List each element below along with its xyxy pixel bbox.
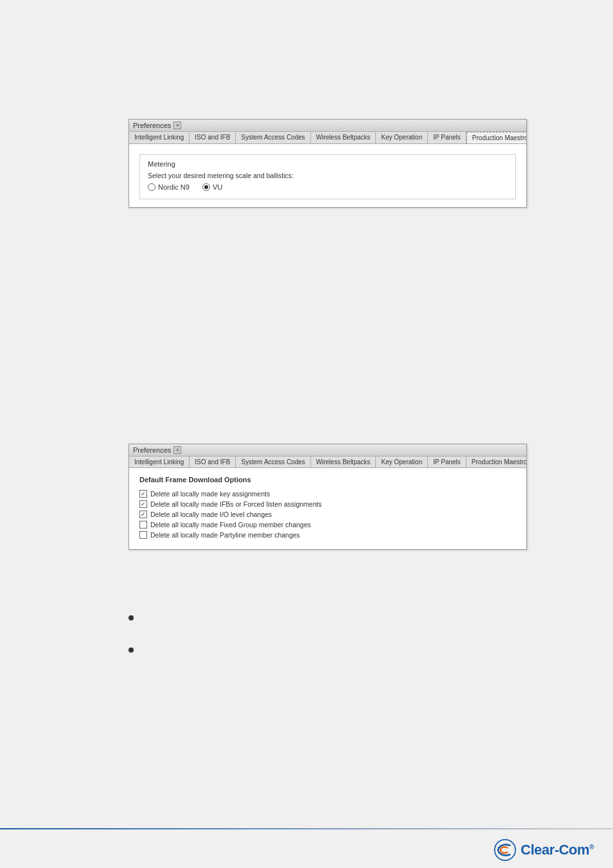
default-frame-title: Default Frame Download Options xyxy=(139,476,516,484)
title-bar-left-2: Preferences × xyxy=(133,446,181,454)
metering-title: Metering xyxy=(148,160,508,168)
tab-production-maestro-1[interactable]: Production Maestro xyxy=(466,132,526,144)
radio-circle-nordic[interactable] xyxy=(148,183,155,191)
radio-label-nordic: Nordic N9 xyxy=(158,183,190,191)
title-bar-2: Preferences × xyxy=(129,444,526,457)
title-bar-left-1: Preferences × xyxy=(133,122,181,129)
title-bar-1: Preferences × xyxy=(129,120,526,132)
checkbox-label-3: Delete all locally made Fixed Group memb… xyxy=(150,521,311,529)
tab-wireless-beltpacks-1[interactable]: Wireless Beltpacks xyxy=(311,132,376,143)
bullet-1 xyxy=(129,614,134,622)
tab-production-maestro-2[interactable]: Production Maestro xyxy=(466,457,526,467)
tab-intelligent-linking-2[interactable]: Intelligent Linking xyxy=(129,457,190,467)
logo-text: Clear-Com® xyxy=(520,842,594,858)
tab-wireless-beltpacks-2[interactable]: Wireless Beltpacks xyxy=(311,457,376,467)
radio-label-vu: VU xyxy=(213,183,222,191)
checkbox-row-2: Delete all locally made I/O level change… xyxy=(139,511,516,518)
bullet-dot-1 xyxy=(129,615,134,620)
tab-system-access-codes-2[interactable]: System Access Codes xyxy=(236,457,310,467)
bullet-dot-2 xyxy=(129,647,134,653)
panel-content-2: Default Frame Download Options Delete al… xyxy=(129,468,526,549)
window-title-1: Preferences xyxy=(133,122,171,129)
tabs-row-2: Intelligent Linking ISO and IFB System A… xyxy=(129,457,526,468)
logo-clear: Clear xyxy=(520,842,555,858)
tab-ip-panels-2[interactable]: IP Panels xyxy=(428,457,466,467)
metering-description: Select your desired metering scale and b… xyxy=(148,172,508,179)
checkbox-label-1: Delete all locally made IFBs or Forced l… xyxy=(150,500,322,508)
tab-system-access-codes-1[interactable]: System Access Codes xyxy=(236,132,310,143)
tab-intelligent-linking-1[interactable]: Intelligent Linking xyxy=(129,132,190,143)
radio-row: Nordic N9 VU xyxy=(148,183,508,191)
logo-dash: - xyxy=(555,842,559,858)
tab-iso-ifb-2[interactable]: ISO and IFB xyxy=(190,457,236,467)
bottom-rule xyxy=(0,828,613,829)
bullet-2 xyxy=(129,646,134,654)
tab-iso-ifb-1[interactable]: ISO and IFB xyxy=(190,132,236,143)
panel-content-1: Metering Select your desired metering sc… xyxy=(129,144,526,207)
checkbox-row-1: Delete all locally made IFBs or Forced l… xyxy=(139,500,516,508)
clearcom-icon xyxy=(493,838,517,862)
radio-nordic-n9[interactable]: Nordic N9 xyxy=(148,183,190,191)
close-button-2[interactable]: × xyxy=(173,446,181,454)
checkbox-3[interactable] xyxy=(139,521,147,529)
checkbox-row-0: Delete all locally made key assignments xyxy=(139,490,516,498)
preferences-window-1: Preferences × Intelligent Linking ISO an… xyxy=(129,119,527,208)
checkbox-label-4: Delete all locally made Partyline member… xyxy=(150,531,300,539)
metering-section: Metering Select your desired metering sc… xyxy=(139,154,516,199)
tab-ip-panels-1[interactable]: IP Panels xyxy=(428,132,466,143)
tab-key-operation-1[interactable]: Key Operation xyxy=(376,132,428,143)
window-title-2: Preferences xyxy=(133,446,171,454)
checkbox-label-0: Delete all locally made key assignments xyxy=(150,490,270,498)
checkbox-1[interactable] xyxy=(139,500,147,508)
radio-circle-vu[interactable] xyxy=(202,183,210,191)
tabs-row-1: Intelligent Linking ISO and IFB System A… xyxy=(129,132,526,144)
checkbox-4[interactable] xyxy=(139,531,147,539)
clearcom-logo: Clear-Com® xyxy=(493,838,594,862)
logo-com: Com xyxy=(559,842,589,858)
preferences-window-2: Preferences × Intelligent Linking ISO an… xyxy=(129,444,527,550)
radio-vu[interactable]: VU xyxy=(202,183,222,191)
checkbox-row-3: Delete all locally made Fixed Group memb… xyxy=(139,521,516,529)
checkbox-row-4: Delete all locally made Partyline member… xyxy=(139,531,516,539)
checkbox-0[interactable] xyxy=(139,490,147,498)
close-button-1[interactable]: × xyxy=(173,122,181,129)
checkbox-label-2: Delete all locally made I/O level change… xyxy=(150,511,272,518)
tab-key-operation-2[interactable]: Key Operation xyxy=(376,457,428,467)
checkbox-2[interactable] xyxy=(139,511,147,518)
